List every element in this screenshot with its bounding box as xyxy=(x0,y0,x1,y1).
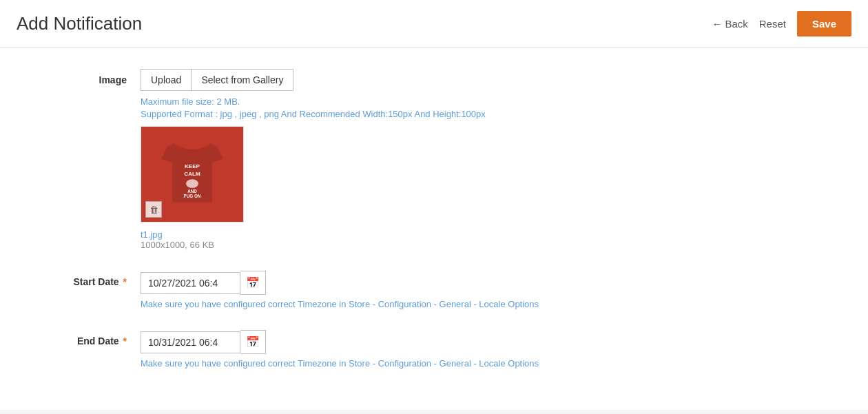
image-preview-container: KEEP CALM AND PUG ON 🗑 xyxy=(141,126,244,222)
image-filename: t1.jpg xyxy=(141,229,851,240)
calendar-icon: 📅 xyxy=(246,276,260,289)
trash-icon: 🗑 xyxy=(149,205,158,215)
save-label: Save xyxy=(812,18,836,30)
reset-button[interactable]: Reset xyxy=(759,18,786,30)
gallery-label: Select from Gallery xyxy=(201,74,283,85)
upload-label: Upload xyxy=(151,74,181,85)
end-date-field: 📅 Make sure you have configured correct … xyxy=(141,330,851,369)
end-date-calendar-button[interactable]: 📅 xyxy=(240,330,266,354)
tshirt-svg: KEEP CALM AND PUG ON xyxy=(161,140,223,209)
end-date-input-container: 📅 xyxy=(141,330,851,354)
image-label: Image xyxy=(17,69,141,85)
start-date-timezone-hint: Make sure you have configured correct Ti… xyxy=(141,299,851,309)
image-field: Upload Select from Gallery Maximum file … xyxy=(141,69,851,250)
calendar-icon-end: 📅 xyxy=(246,335,260,349)
start-date-row: Start Date * 📅 Make sure you have config… xyxy=(17,271,851,309)
end-date-timezone-hint: Make sure you have configured correct Ti… xyxy=(141,358,851,369)
image-button-group: Upload Select from Gallery xyxy=(141,69,851,91)
upload-button[interactable]: Upload xyxy=(141,69,191,91)
end-date-input[interactable] xyxy=(141,331,240,353)
start-date-field: 📅 Make sure you have configured correct … xyxy=(141,271,851,309)
svg-text:CALM: CALM xyxy=(184,171,200,177)
back-button[interactable]: ← Back xyxy=(712,18,747,30)
back-label: Back xyxy=(725,18,747,30)
header-actions: ← Back Reset Save xyxy=(712,11,851,37)
page-title: Add Notification xyxy=(17,13,142,34)
end-date-row: End Date * 📅 Make sure you have configur… xyxy=(17,330,851,369)
start-date-input-container: 📅 xyxy=(141,271,851,295)
page-header: Add Notification ← Back Reset Save xyxy=(0,0,868,48)
delete-image-button[interactable]: 🗑 xyxy=(145,201,162,218)
image-dimensions: 1000x1000, 66 KB xyxy=(141,240,851,250)
start-date-required: * xyxy=(123,276,127,287)
end-date-label: End Date * xyxy=(17,330,141,346)
reset-label: Reset xyxy=(759,18,786,30)
save-button[interactable]: Save xyxy=(797,11,851,37)
svg-text:AND: AND xyxy=(187,189,197,194)
back-arrow-icon: ← xyxy=(712,18,722,30)
end-date-required: * xyxy=(123,335,127,346)
start-date-calendar-button[interactable]: 📅 xyxy=(240,271,266,295)
start-date-label: Start Date * xyxy=(17,271,141,287)
start-date-input[interactable] xyxy=(141,272,240,294)
svg-point-2 xyxy=(186,179,198,188)
supported-format-hint: Supported Format : jpg , jpeg , png And … xyxy=(141,109,851,119)
svg-text:KEEP: KEEP xyxy=(185,163,200,169)
page-content: Image Upload Select from Gallery Maximum… xyxy=(0,48,868,410)
svg-text:PUG ON: PUG ON xyxy=(184,194,201,198)
max-file-size-hint: Maximum file size: 2 MB. xyxy=(141,96,851,107)
gallery-button[interactable]: Select from Gallery xyxy=(191,69,293,91)
image-row: Image Upload Select from Gallery Maximum… xyxy=(17,69,851,250)
